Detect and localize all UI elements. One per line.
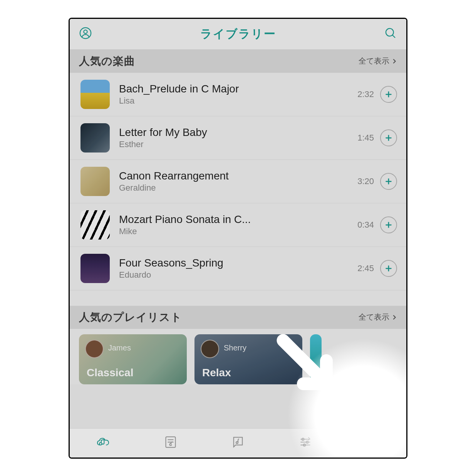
add-button[interactable] <box>380 129 397 146</box>
song-thumbnail <box>80 80 110 109</box>
playlist-owner-name: James <box>108 344 131 352</box>
phone-frame: ライブラリー 人気の楽曲 全て表示 Bach_Prelude in C Majo… <box>69 18 407 459</box>
song-title: Canon Rearrangement <box>119 170 348 182</box>
plus-icon <box>384 90 393 99</box>
section-songs-title: 人気の楽曲 <box>79 54 135 69</box>
song-thumbnail <box>80 167 110 196</box>
song-info: Canon Rearrangement Geraldine <box>119 170 348 193</box>
song-info: Mozart Piano Sonata in C... Mike <box>119 213 348 236</box>
svg-point-23 <box>371 440 375 444</box>
playlist-owner-name: Sherry <box>224 344 246 352</box>
section-playlists-showall[interactable]: 全て表示 <box>359 312 397 322</box>
playlist-owner-avatar <box>85 340 104 358</box>
show-all-label: 全て表示 <box>359 56 389 66</box>
song-info: Letter for My Baby Esther <box>119 126 348 149</box>
song-row[interactable]: Letter for My Baby Esther 1:45 <box>70 116 406 160</box>
header-bar: ライブラリー <box>70 19 406 50</box>
tab-bar <box>70 428 406 458</box>
song-duration: 2:32 <box>357 89 374 99</box>
song-duration: 2:45 <box>357 263 374 273</box>
search-icon[interactable] <box>384 27 397 41</box>
plus-icon <box>384 264 393 273</box>
song-artist: Eduardo <box>119 270 348 280</box>
song-row[interactable]: Bach_Prelude in C Major Lisa 2:32 <box>70 73 406 116</box>
song-artist: Geraldine <box>119 183 348 193</box>
song-title: Mozart Piano Sonata in C... <box>119 213 348 226</box>
add-button[interactable] <box>380 86 397 103</box>
playlist-title: Relax <box>202 367 231 379</box>
song-right: 3:20 <box>357 173 397 190</box>
add-button[interactable] <box>380 260 397 277</box>
section-songs-header: 人気の楽曲 全て表示 <box>70 50 406 73</box>
tab-library[interactable] <box>96 434 111 451</box>
song-list: Bach_Prelude in C Major Lisa 2:32 Letter… <box>70 73 406 290</box>
chevron-right-icon <box>392 59 397 64</box>
song-duration: 0:34 <box>357 220 374 230</box>
page-title: ライブラリー <box>200 26 276 42</box>
add-button[interactable] <box>380 216 397 233</box>
song-right: 2:32 <box>357 86 397 103</box>
song-thumbnail <box>80 210 110 240</box>
song-thumbnail <box>80 123 110 153</box>
section-songs-showall[interactable]: 全て表示 <box>359 56 397 66</box>
song-right: 2:45 <box>357 260 397 277</box>
song-artist: Esther <box>119 139 348 149</box>
tab-list[interactable] <box>163 434 178 451</box>
svg-point-1 <box>84 30 87 34</box>
song-artist: Mike <box>119 226 348 236</box>
plus-icon <box>384 134 393 142</box>
profile-icon[interactable] <box>79 27 92 41</box>
plus-icon <box>384 221 393 229</box>
tab-chord[interactable] <box>230 434 246 451</box>
song-row[interactable]: Mozart Piano Sonata in C... Mike 0:34 <box>70 203 406 247</box>
song-title: Four Seasons_Spring <box>119 257 348 269</box>
playlist-row[interactable]: James Classical Sherry Relax <box>70 329 406 384</box>
song-right: 1:45 <box>357 129 397 146</box>
tab-settings[interactable] <box>365 434 380 451</box>
song-row[interactable]: Canon Rearrangement Geraldine 3:20 <box>70 160 406 203</box>
section-playlists-title: 人気のプレイリスト <box>79 310 182 325</box>
playlist-card-peek[interactable] <box>310 334 322 384</box>
song-title: Letter for My Baby <box>119 126 348 139</box>
song-info: Four Seasons_Spring Eduardo <box>119 257 348 280</box>
song-row[interactable]: Four Seasons_Spring Eduardo 2:45 <box>70 247 406 290</box>
song-right: 0:34 <box>357 216 397 233</box>
tab-mixer[interactable] <box>298 434 313 451</box>
song-title: Bach_Prelude in C Major <box>119 83 348 95</box>
list-spacer <box>70 290 406 306</box>
playlist-owner-avatar <box>201 340 219 358</box>
phone-screen: ライブラリー 人気の楽曲 全て表示 Bach_Prelude in C Majo… <box>70 19 406 458</box>
chevron-right-icon <box>392 315 397 320</box>
song-thumbnail <box>80 254 110 283</box>
song-duration: 3:20 <box>357 176 374 186</box>
svg-line-3 <box>392 35 395 38</box>
song-info: Bach_Prelude in C Major Lisa <box>119 83 348 106</box>
add-button[interactable] <box>380 173 397 190</box>
playlist-title: Classical <box>87 367 133 379</box>
song-duration: 1:45 <box>357 133 374 143</box>
section-playlists-header: 人気のプレイリスト 全て表示 <box>70 306 406 329</box>
show-all-label: 全て表示 <box>359 312 389 322</box>
song-artist: Lisa <box>119 96 348 106</box>
playlist-card[interactable]: Sherry Relax <box>194 334 302 384</box>
svg-point-2 <box>386 28 394 36</box>
playlist-card[interactable]: James Classical <box>79 334 187 384</box>
plus-icon <box>384 177 393 186</box>
